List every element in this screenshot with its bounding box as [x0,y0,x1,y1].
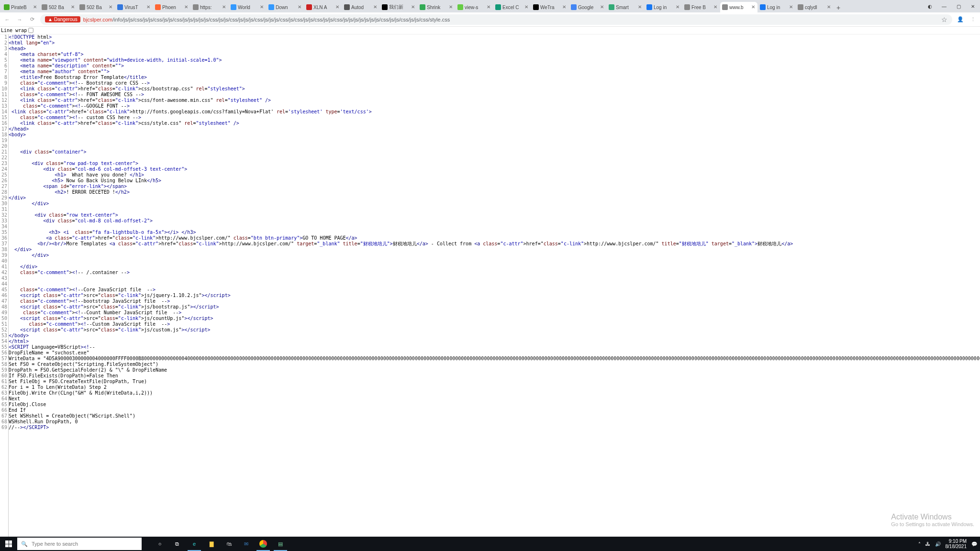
browser-tab[interactable]: 502 Ba✕ [40,2,77,12]
task-view-icon[interactable]: ⧉ [168,537,186,551]
line-wrap-bar: Line wrap [0,27,980,34]
tab-close-icon[interactable]: ✕ [524,5,529,10]
line-wrap-checkbox[interactable] [28,28,33,33]
tab-close-icon[interactable]: ✕ [335,5,340,10]
browser-tab[interactable]: Smart✕ [607,2,644,12]
ext-icon[interactable]: ◐ [923,0,937,12]
tab-title: https: [200,5,220,10]
close-window-button[interactable]: ✕ [966,0,980,12]
browser-tab[interactable]: Shrink✕ [418,2,455,12]
favicon [495,4,501,10]
browser-tab[interactable]: Google✕ [569,2,606,12]
favicon [155,4,161,10]
explorer-icon[interactable]: ▇ [203,537,220,551]
start-button[interactable] [0,537,17,551]
tab-close-icon[interactable]: ✕ [222,5,226,10]
browser-tab[interactable]: Free B✕ [682,2,720,12]
chrome-icon[interactable] [255,537,272,551]
line-wrap-label: Line wrap [1,28,27,33]
reload-button[interactable]: ⟳ [28,15,36,24]
minimize-button[interactable]: — [937,0,951,12]
notepadpp-icon[interactable]: ▤ [272,537,289,551]
tab-close-icon[interactable]: ✕ [675,5,680,10]
system-tray[interactable]: ˄ 🖧 🔊 9:10 PM 8/18/2021 💬 [918,539,980,549]
tab-close-icon[interactable]: ✕ [600,5,604,10]
address-bar[interactable]: ▲ Dangerous bjcslper.com/info/js/js/css/… [40,14,952,25]
tab-close-icon[interactable]: ✕ [713,5,718,10]
maximize-button[interactable]: ▢ [951,0,966,12]
tab-title: Free B [691,5,712,10]
edge-icon[interactable]: e [186,537,203,551]
tab-title: 502 Ba [49,5,69,10]
browser-tab[interactable]: Log in✕ [758,2,795,12]
source-code[interactable]: <!DOCTYPE html><html lang="en"><head> <m… [9,34,980,537]
tab-close-icon[interactable]: ✕ [146,5,151,10]
tab-close-icon[interactable]: ✕ [562,5,567,10]
tab-close-icon[interactable]: ✕ [297,5,302,10]
tab-close-icon[interactable]: ✕ [448,5,453,10]
tab-close-icon[interactable]: ✕ [751,5,756,10]
favicon [79,4,85,10]
source-viewport[interactable]: 1234567891011121314151617181920212223242… [0,34,980,537]
favicon [4,4,10,10]
taskbar-clock[interactable]: 9:10 PM 8/18/2021 [946,539,967,549]
browser-tab[interactable]: Autod✕ [342,2,379,12]
taskbar-search[interactable]: 🔍 Type here to search [17,538,142,550]
browser-tab[interactable]: Log in✕ [645,2,682,12]
tab-close-icon[interactable]: ✕ [789,5,793,10]
browser-tab[interactable]: PirateB✕ [2,2,39,12]
favicon [571,4,577,10]
search-icon: 🔍 [21,541,28,547]
store-icon[interactable]: 🛍 [220,537,237,551]
browser-tab[interactable]: cqlydl✕ [796,2,833,12]
notifications-icon[interactable]: 💬 [971,541,977,547]
favicon [722,4,728,10]
browser-tab[interactable]: www.b✕ [720,2,757,12]
tab-close-icon[interactable]: ✕ [184,5,189,10]
browser-tab[interactable]: Excel C✕ [493,2,531,12]
mail-icon[interactable]: ✉ [237,537,255,551]
menu-icon[interactable]: ⋮ [969,15,977,24]
browser-tab[interactable]: Down✕ [267,2,304,12]
browser-tab[interactable]: 502 Ba✕ [78,2,115,12]
tab-close-icon[interactable]: ✕ [826,5,831,10]
favicon [306,4,312,10]
volume-icon[interactable]: 🔊 [935,541,941,547]
new-tab-button[interactable]: + [834,3,843,12]
tab-close-icon[interactable]: ✕ [70,5,75,10]
tab-close-icon[interactable]: ✕ [33,5,37,10]
tab-title: XLN A [313,5,334,10]
tab-title: Google [578,5,598,10]
tab-title: WeTra [540,5,560,10]
browser-tab[interactable]: XLN A✕ [304,2,342,12]
favicon [231,4,236,10]
browser-tab[interactable]: Phoen✕ [153,2,190,12]
browser-toolbar: ← → ⟳ ▲ Dangerous bjcslper.com/info/js/j… [0,12,980,27]
favicon [268,4,274,10]
tab-close-icon[interactable]: ✕ [411,5,415,10]
tab-title: Excel C [502,5,523,10]
browser-tab[interactable]: 我们新✕ [380,2,417,12]
tab-close-icon[interactable]: ✕ [486,5,491,10]
cortana-icon[interactable]: ○ [151,537,168,551]
url-text: bjcslper.com/info/js/js/css/js/js/css/js… [83,17,938,22]
favicon [533,4,539,10]
tab-close-icon[interactable]: ✕ [373,5,378,10]
favicon [457,4,463,10]
tab-title: cqlydl [805,5,825,10]
browser-tab[interactable]: VirusT✕ [115,2,153,12]
back-button[interactable]: ← [3,15,11,24]
tab-close-icon[interactable]: ✕ [259,5,264,10]
browser-tab[interactable]: https:✕ [191,2,228,12]
tab-close-icon[interactable]: ✕ [108,5,113,10]
forward-button[interactable]: → [15,15,24,24]
favicon [684,4,690,10]
tray-chevron-icon[interactable]: ˄ [918,541,921,547]
profile-icon[interactable]: 👤 [956,15,965,24]
tab-close-icon[interactable]: ✕ [637,5,642,10]
browser-tab[interactable]: WeTra✕ [531,2,568,12]
network-icon[interactable]: 🖧 [925,541,930,547]
browser-tab[interactable]: World✕ [229,2,266,12]
bookmark-icon[interactable]: ☆ [941,16,947,23]
browser-tab[interactable]: view-s✕ [456,2,493,12]
